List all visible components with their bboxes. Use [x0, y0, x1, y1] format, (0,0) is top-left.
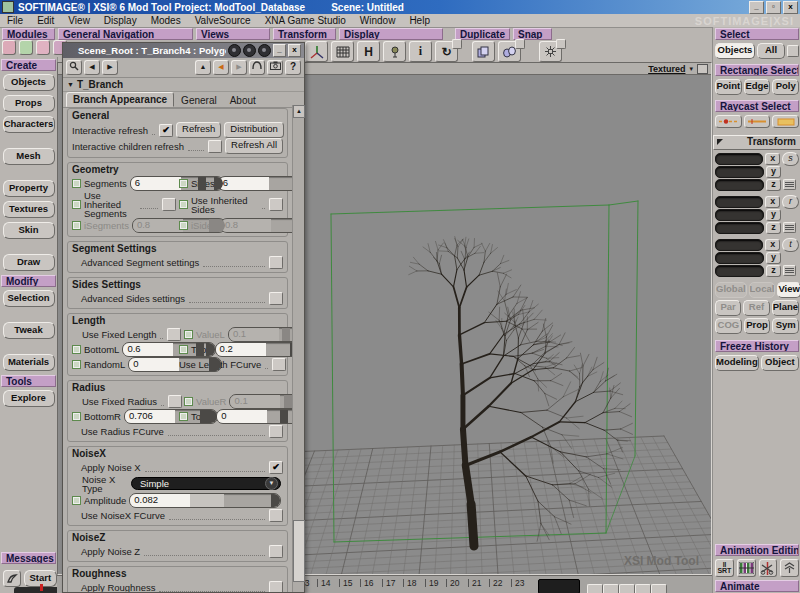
module-model-button[interactable]	[2, 40, 16, 55]
loop-button[interactable]	[651, 584, 667, 593]
edge-select-button[interactable]: Edge	[744, 79, 771, 95]
snapshot-camera-icon[interactable]	[267, 60, 283, 75]
refresh-button[interactable]: Refresh	[176, 122, 221, 138]
ppg-help-button[interactable]: ?	[285, 60, 301, 75]
advanced-segment-settings-checkbox[interactable]	[269, 256, 283, 269]
rotate-mode-button[interactable]: r	[782, 195, 799, 209]
global-mode-button[interactable]: Global	[715, 282, 747, 298]
sidebar-property-button[interactable]: Property	[3, 180, 55, 197]
snap-icon[interactable]	[539, 41, 562, 62]
close-button[interactable]: x	[783, 1, 798, 14]
scale-y-toggle[interactable]: y	[766, 166, 781, 178]
sidebar-draw-button[interactable]: Draw	[3, 254, 55, 271]
minimize-button[interactable]: _	[749, 1, 764, 14]
use-radius-fcurve-checkbox[interactable]	[269, 425, 283, 438]
topr-slider[interactable]: 0	[216, 409, 293, 424]
use-inherited-segments-port-icon[interactable]	[72, 200, 81, 209]
noise-x-type-dropdown[interactable]: Simple ▼	[131, 477, 281, 490]
sidebar-selection-button[interactable]: Selection	[3, 290, 55, 307]
snap-options-button[interactable]	[556, 39, 566, 49]
compare-icon[interactable]	[249, 60, 265, 75]
apply-noise-z-checkbox[interactable]	[269, 545, 283, 558]
bottoml-port-icon[interactable]	[72, 345, 81, 354]
amplitude-slider[interactable]: 0.082	[129, 493, 281, 508]
node-collapse-row[interactable]: ▼ T_Branch	[63, 78, 304, 92]
menu-file[interactable]: File	[0, 15, 30, 26]
ppg-back-icon[interactable]: ◀	[84, 60, 100, 75]
rotate-z-toggle[interactable]: z	[766, 222, 781, 234]
rotate-menu-icon[interactable]	[783, 222, 796, 233]
scale-y-field[interactable]	[715, 166, 764, 178]
translate-x-toggle[interactable]: x	[765, 239, 780, 251]
interactive-refresh-checkbox[interactable]: ✔	[159, 124, 173, 137]
amplitude-port-icon[interactable]	[72, 496, 81, 505]
menu-valvesource[interactable]: ValveSource	[188, 15, 258, 26]
grid-toggle-icon[interactable]	[331, 41, 354, 62]
plane-mode-button[interactable]: Plane	[772, 300, 799, 316]
bottomr-slider[interactable]: 0.706	[124, 409, 218, 424]
segments-port-icon[interactable]	[72, 179, 81, 188]
viewport-resize-icon[interactable]	[697, 64, 708, 74]
sidebar-explore-button[interactable]: Explore	[3, 390, 55, 407]
axis-tripod-icon[interactable]	[305, 41, 328, 62]
cog-button[interactable]: COG	[715, 318, 742, 334]
step-back-button[interactable]	[603, 584, 619, 593]
sidebar-props-button[interactable]: Props	[3, 95, 55, 112]
sym-button[interactable]: Sym	[772, 318, 799, 334]
maximize-button[interactable]: ▫	[766, 1, 781, 14]
use-inherited-sides-checkbox[interactable]	[269, 198, 283, 211]
menu-help[interactable]: Help	[402, 15, 437, 26]
translate-x-field[interactable]	[715, 239, 763, 251]
ppg-titlebar[interactable]: Scene_Root : T_Branch4 : Polygon Mesh : …	[63, 43, 304, 58]
scale-mode-button[interactable]: s	[782, 152, 799, 166]
scroll-up-icon[interactable]: ▲	[195, 60, 211, 75]
lock-icon[interactable]	[228, 44, 241, 57]
freeze-modeling-button[interactable]: Modeling	[715, 355, 759, 371]
translate-z-field[interactable]	[715, 265, 764, 277]
sidebar-tweak-button[interactable]: Tweak	[3, 322, 55, 339]
poly-select-button[interactable]: Poly	[772, 79, 799, 95]
duplicate-options-button[interactable]	[515, 39, 525, 49]
rewind-button[interactable]	[587, 584, 603, 593]
duplicate-single-icon[interactable]	[472, 41, 495, 62]
transform-header[interactable]: Transform	[713, 135, 800, 150]
raycast-edge-button[interactable]	[744, 115, 771, 128]
point-select-button[interactable]: Point	[715, 79, 742, 95]
par-mode-button[interactable]: Par	[715, 300, 741, 316]
ppg-close-button[interactable]: x	[288, 44, 301, 57]
module-render-button[interactable]	[36, 40, 50, 55]
scale-x-field[interactable]	[715, 153, 763, 165]
dopesheet-icon[interactable]	[737, 559, 756, 577]
select-options-button[interactable]	[787, 45, 799, 57]
raycast-point-button[interactable]	[715, 115, 742, 128]
sidebar-objects-button[interactable]: Objects	[3, 74, 55, 91]
refresh-all-button[interactable]: Refresh All	[225, 138, 283, 154]
recycle-icon[interactable]	[243, 44, 256, 57]
scale-menu-icon[interactable]	[783, 179, 796, 190]
scale-z-field[interactable]	[715, 179, 764, 191]
nav-back-icon[interactable]: ◀	[213, 60, 229, 75]
translate-y-field[interactable]	[715, 252, 764, 264]
remove-animation-icon[interactable]	[759, 559, 778, 577]
property-page-window[interactable]: Scene_Root : T_Branch4 : Polygon Mesh : …	[62, 42, 305, 593]
use-length-fcurve-checkbox[interactable]	[272, 358, 286, 371]
menu-xna-game-studio[interactable]: XNA Game Studio	[258, 15, 353, 26]
select-all-button[interactable]: All	[757, 43, 785, 59]
translate-y-toggle[interactable]: y	[766, 252, 781, 264]
freeze-object-button[interactable]: Object	[761, 355, 799, 371]
sidebar-materials-button[interactable]: Materials	[3, 354, 55, 371]
sidebar-skin-button[interactable]: Skin	[3, 222, 55, 239]
use-noisex-fcurve-checkbox[interactable]	[269, 509, 283, 522]
layers-icon[interactable]	[780, 559, 799, 577]
sides-slider[interactable]: 6	[218, 176, 293, 191]
rotate-z-field[interactable]	[715, 222, 764, 234]
translate-menu-icon[interactable]	[783, 265, 796, 276]
translate-mode-button[interactable]: t	[782, 238, 799, 252]
ppg-scrollbar[interactable]: ▲	[292, 105, 304, 592]
apply-noise-x-checkbox[interactable]: ✔	[269, 461, 283, 474]
sidebar-mesh-button[interactable]: Mesh	[3, 148, 55, 165]
ppg-forward-icon[interactable]: ▶	[102, 60, 118, 75]
valuel-port-icon[interactable]	[184, 330, 193, 339]
current-frame-field[interactable]	[538, 579, 580, 593]
rotate-y-field[interactable]	[715, 209, 764, 221]
